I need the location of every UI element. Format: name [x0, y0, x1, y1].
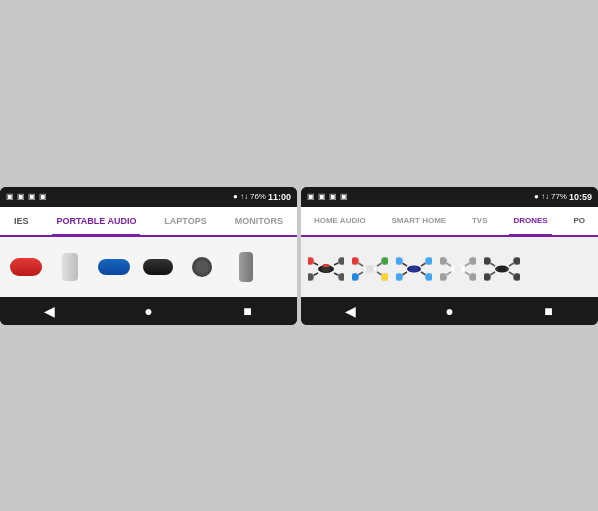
nav-item-home-audio[interactable]: HOME AUDIO [310, 207, 370, 235]
svg-point-7 [308, 273, 314, 281]
product-speaker-small[interactable] [184, 249, 220, 285]
svg-point-6 [338, 257, 344, 265]
nav-item-laptops[interactable]: LAPTOPS [160, 207, 210, 235]
drone-item-2[interactable] [351, 248, 389, 286]
drone-strip [301, 237, 598, 297]
right-status-icons-left: ▣ ▣ ▣ ▣ [307, 192, 348, 201]
android-nav-left: ◀ ● ■ [0, 297, 297, 325]
nav-item-smart-home[interactable]: SMART HOME [387, 207, 450, 235]
svg-point-27 [425, 257, 432, 265]
recents-button-right[interactable]: ■ [539, 301, 559, 321]
svg-point-47 [513, 257, 520, 265]
svg-point-38 [440, 273, 447, 281]
svg-point-29 [425, 273, 432, 281]
left-status-bar: ▣ ▣ ▣ ▣ ● ↑↓ 76% 11:00 [0, 187, 297, 207]
battery-pct-left: 76% [250, 192, 266, 201]
product-speaker-grey[interactable] [228, 249, 264, 285]
svg-point-36 [440, 257, 447, 265]
nav-item-drones[interactable]: DRONES [509, 208, 551, 236]
left-nav-bar: IES PORTABLE AUDIO LAPTOPS MONITORS [0, 207, 297, 237]
time-right: 10:59 [569, 192, 592, 202]
svg-point-16 [352, 257, 359, 265]
product-speaker-blue[interactable] [96, 249, 132, 285]
svg-point-48 [484, 273, 491, 281]
product-speaker-black[interactable] [140, 249, 176, 285]
home-button-right[interactable]: ● [440, 301, 460, 321]
svg-point-8 [338, 273, 344, 281]
right-phone: ▣ ▣ ▣ ▣ ● ↑↓ 77% 10:59 HOME AUDIO SMART … [301, 187, 598, 325]
svg-point-37 [469, 257, 476, 265]
left-status-icons: ▣ ▣ ▣ ▣ [6, 192, 47, 201]
right-status-icons: ● ↑↓ 76% 11:00 [233, 192, 291, 202]
drone-item-5[interactable] [483, 248, 521, 286]
home-button[interactable]: ● [139, 301, 159, 321]
back-button-right[interactable]: ◀ [341, 301, 361, 321]
right-status-icons-right: ● ↑↓ 77% 10:59 [534, 192, 592, 202]
battery-pct-right: 77% [551, 192, 567, 201]
svg-point-49 [513, 273, 520, 281]
svg-point-26 [396, 257, 403, 265]
svg-point-46 [484, 257, 491, 265]
svg-point-19 [381, 273, 388, 281]
time-left: 11:00 [268, 192, 291, 202]
svg-point-18 [352, 273, 359, 281]
nav-item-portable-audio[interactable]: PORTABLE AUDIO [52, 208, 140, 236]
nav-item-ies[interactable]: IES [10, 207, 33, 235]
nav-item-po[interactable]: PO [569, 207, 589, 235]
drone-item-3[interactable] [395, 248, 433, 286]
product-speaker-red[interactable] [8, 249, 44, 285]
product-strip-left [0, 237, 297, 297]
nav-item-tvs[interactable]: TVS [468, 207, 492, 235]
svg-point-39 [469, 273, 476, 281]
nav-item-monitors[interactable]: MONITORS [231, 207, 287, 235]
recents-button[interactable]: ■ [238, 301, 258, 321]
svg-rect-40 [454, 266, 462, 272]
svg-rect-10 [323, 264, 329, 267]
svg-point-5 [308, 257, 314, 265]
right-nav-bar: HOME AUDIO SMART HOME TVS DRONES PO [301, 207, 598, 237]
svg-rect-20 [366, 266, 374, 272]
svg-rect-50 [498, 266, 506, 272]
drone-item-4[interactable] [439, 248, 477, 286]
svg-rect-30 [410, 266, 418, 272]
product-speaker-white[interactable] [52, 249, 88, 285]
back-button[interactable]: ◀ [40, 301, 60, 321]
svg-point-28 [396, 273, 403, 281]
svg-point-17 [381, 257, 388, 265]
android-nav-right: ◀ ● ■ [301, 297, 598, 325]
left-phone: ▣ ▣ ▣ ▣ ● ↑↓ 76% 11:00 IES PORTABLE AUDI… [0, 187, 297, 325]
drone-item-1[interactable] [307, 248, 345, 286]
right-status-bar: ▣ ▣ ▣ ▣ ● ↑↓ 77% 10:59 [301, 187, 598, 207]
